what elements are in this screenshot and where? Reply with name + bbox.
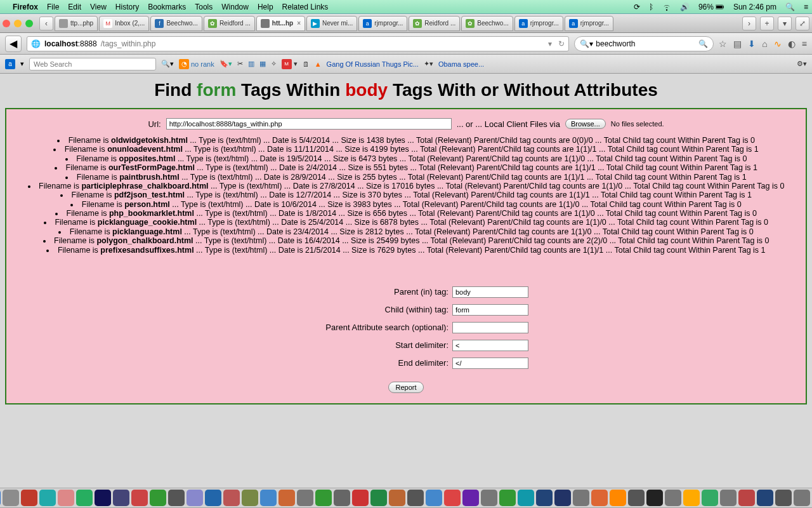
dock-app-icon[interactable] [334, 490, 350, 506]
menu-window[interactable]: Window [221, 3, 249, 11]
dock-app-icon[interactable] [738, 490, 755, 506]
tab-close-icon[interactable]: × [297, 20, 301, 27]
toolbar-gear-icon[interactable]: ⚙▾ [797, 60, 807, 68]
browser-tab[interactable]: ✿Reidford ... [204, 16, 255, 31]
dock-app-icon[interactable] [95, 490, 111, 506]
no-rank-link[interactable]: no rank [191, 60, 214, 68]
parent-tag-input[interactable] [452, 286, 528, 298]
bm-doc2-icon[interactable]: ▦ [259, 60, 266, 68]
dock-app-icon[interactable] [242, 490, 258, 506]
menu-tools[interactable]: Tools [195, 3, 213, 11]
app-name[interactable]: Firefox [13, 3, 38, 11]
search-input[interactable]: 🔍▾ beechworth 🔍 [574, 36, 714, 51]
browser-tab[interactable]: MInbox (2,... [99, 16, 149, 31]
dock-app-icon[interactable] [518, 490, 534, 506]
browser-tab[interactable]: arjmprogr... [514, 16, 563, 31]
dock-app-icon[interactable] [481, 490, 497, 506]
notifications-icon[interactable]: ≡ [804, 3, 808, 11]
dock-app-icon[interactable] [389, 490, 405, 506]
reader-icon[interactable]: ▤ [733, 39, 742, 49]
downloads-icon[interactable]: ⬇ [748, 39, 756, 49]
url-input[interactable]: 🌐 localhost:8888/tags_within.php ▾ ↻ [27, 36, 569, 51]
dock-app-icon[interactable] [352, 490, 369, 506]
dock-app-icon[interactable] [223, 490, 240, 506]
gmail-icon[interactable]: M [282, 59, 292, 69]
volume-icon[interactable]: 🔊 [680, 3, 690, 11]
start-delim-input[interactable] [452, 340, 528, 351]
dock-app-icon[interactable] [150, 490, 166, 506]
browser-tab[interactable]: fBeechwo... [150, 16, 202, 31]
dock-app-icon[interactable] [278, 490, 295, 506]
minimize-window-button[interactable] [14, 20, 22, 27]
browser-tab[interactable]: ✿Reidford ... [409, 16, 460, 31]
bm-flame-icon[interactable]: ▲ [315, 60, 322, 68]
dock-app-icon[interactable] [407, 490, 424, 506]
bm-doc1-icon[interactable]: ▥ [248, 60, 254, 68]
bm-wand-icon[interactable]: ✦▾ [424, 60, 433, 68]
report-button[interactable]: Report [388, 382, 423, 393]
tab-overflow-button[interactable]: ▾ [778, 17, 792, 30]
fullscreen-button[interactable]: ⤢ [796, 17, 809, 30]
zoom-window-button[interactable] [25, 20, 33, 27]
wifi-icon[interactable] [662, 3, 671, 11]
bm-star-icon[interactable]: ✧ [271, 60, 277, 68]
dock-app-icon[interactable] [131, 490, 148, 506]
bookmark-star-icon[interactable]: ☆ [719, 39, 727, 49]
menu-view[interactable]: View [90, 3, 107, 11]
bm-link-2[interactable]: Obama spee... [438, 60, 484, 68]
clock[interactable]: Sun 2:46 pm [733, 3, 776, 11]
dock-app-icon[interactable] [646, 490, 663, 506]
menu-bookmarks[interactable]: Bookmarks [148, 3, 186, 11]
dock-app-icon[interactable] [665, 490, 681, 506]
tab-scroll-right[interactable]: › [742, 17, 756, 30]
dock-app-icon[interactable] [462, 490, 479, 506]
dock-app-icon[interactable] [757, 490, 773, 506]
amazon-icon[interactable]: a [5, 59, 15, 69]
url-field[interactable] [166, 118, 452, 130]
tab-scroll-left[interactable]: ‹ [39, 17, 53, 30]
end-delim-input[interactable] [452, 358, 528, 369]
bluetooth-icon[interactable]: ᛒ [649, 3, 653, 11]
menu-edit[interactable]: Edit [68, 3, 81, 11]
browser-tab[interactable]: ▶Never mi... [306, 16, 357, 31]
dock-app-icon[interactable] [168, 490, 185, 506]
dock-app-icon[interactable] [573, 490, 589, 506]
shield-icon[interactable]: ◐ [788, 39, 796, 49]
dock-app-icon[interactable] [426, 490, 442, 506]
dock-app-icon[interactable] [775, 490, 792, 506]
dock-app-icon[interactable] [628, 490, 645, 506]
home-icon[interactable]: ⌂ [762, 39, 767, 49]
dock-app-icon[interactable] [499, 490, 516, 506]
web-search-input[interactable] [29, 58, 156, 70]
dock-app-icon[interactable] [297, 490, 313, 506]
dock-app-icon[interactable] [370, 490, 387, 506]
menu-related[interactable]: Related Links [282, 3, 329, 11]
parent-attr-input[interactable] [452, 322, 528, 333]
dock-app-icon[interactable] [536, 490, 553, 506]
sync-icon[interactable]: ⟳ [634, 3, 640, 11]
toolbar-chevron-icon[interactable]: ▾ [20, 60, 24, 68]
dock-app-icon[interactable] [591, 490, 608, 506]
close-window-button[interactable] [3, 20, 10, 27]
dock-app-icon[interactable] [702, 490, 718, 506]
dock-app-icon[interactable] [76, 490, 93, 506]
bm-clip-icon[interactable]: ✂ [237, 60, 243, 68]
bm-tag-icon[interactable]: 🔖▾ [219, 60, 232, 68]
dock-app-icon[interactable] [554, 490, 571, 506]
dock-app-icon[interactable] [0, 490, 1, 506]
browse-button[interactable]: Browse... [565, 119, 606, 129]
browser-tab[interactable]: arjmprogr... [358, 16, 407, 31]
dock-app-icon[interactable] [260, 490, 277, 506]
dock-app-icon[interactable] [58, 490, 74, 506]
browser-tab[interactable]: htt...hp× [256, 16, 305, 31]
battery-status[interactable]: 96% [698, 3, 724, 11]
dock-app-icon[interactable] [610, 490, 626, 506]
feed-icon[interactable]: ∿ [774, 39, 782, 49]
dock-app-icon[interactable] [444, 490, 461, 506]
bm-link-1[interactable]: Gang Of Russian Thugs Pic... [327, 60, 419, 68]
new-tab-button[interactable]: + [760, 17, 774, 30]
dock-app-icon[interactable] [187, 490, 203, 506]
dock-app-icon[interactable] [113, 490, 129, 506]
bm-cal-icon[interactable]: 🗓 [303, 60, 310, 68]
back-button[interactable]: ◀ [5, 36, 22, 52]
